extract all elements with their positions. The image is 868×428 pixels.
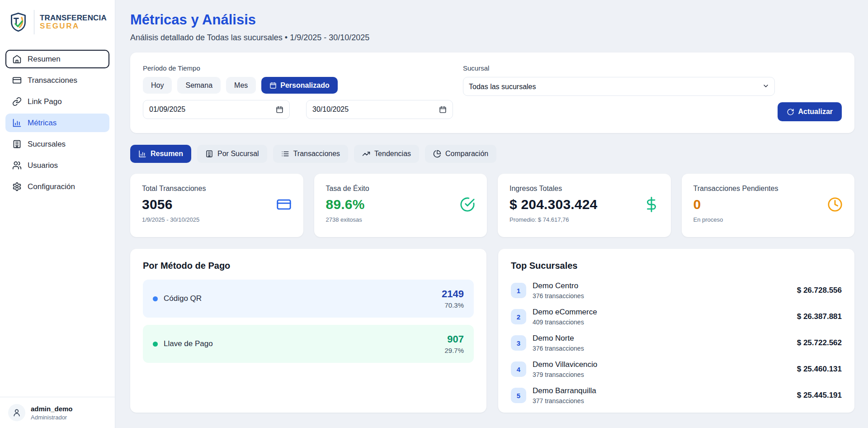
branch-row: 1 Demo Centro 376 transacciones $ 26.728… (511, 277, 842, 304)
sidebar-nav: Resumen Transacciones Link Pago Métricas… (0, 44, 115, 196)
tab-por-sucursal[interactable]: Por Sucursal (197, 145, 267, 163)
tab-label: Por Sucursal (217, 150, 259, 158)
calendar-icon[interactable] (439, 106, 447, 114)
user-profile[interactable]: admin_demo Administrador (0, 397, 115, 428)
user-icon (12, 408, 21, 417)
stat-cards: Total Transacciones 3056 1/9/2025 - 30/1… (130, 174, 854, 237)
calendar-icon (269, 82, 277, 89)
branch-name: Demo Barranquilla (533, 386, 596, 395)
period-mes-button[interactable]: Mes (226, 77, 256, 94)
branch-amount: $ 25.445.191 (797, 391, 842, 400)
sidebar-item-resumen[interactable]: Resumen (5, 50, 109, 68)
method-count: 907 (444, 333, 464, 345)
avatar (8, 404, 25, 421)
method-percent: 70.3% (442, 301, 464, 309)
stat-value: 3056 (142, 197, 173, 212)
branch-row: 3 Demo Norte 376 transacciones $ 25.722.… (511, 330, 842, 356)
sidebar-item-label: Configuración (28, 182, 75, 191)
stat-card-total-transacciones: Total Transacciones 3056 1/9/2025 - 30/1… (130, 174, 303, 237)
sidebar-item-link-pago[interactable]: Link Pago (5, 92, 109, 111)
branch-list: 1 Demo Centro 376 transacciones $ 26.728… (511, 277, 842, 409)
link-icon (12, 97, 22, 106)
user-name: admin_demo (31, 405, 73, 413)
branch-label: Sucursal (463, 64, 842, 72)
credit-card-icon (276, 197, 292, 212)
date-from-field[interactable] (143, 100, 290, 119)
period-option-label: Personalizado (280, 81, 329, 90)
branch-amount: $ 25.460.131 (797, 365, 842, 374)
period-option-label: Hoy (151, 81, 164, 90)
rank-badge: 3 (511, 335, 526, 351)
branch-amount: $ 25.722.562 (797, 338, 842, 347)
app-logo: TRANSFERENCIA SEGURA (0, 0, 115, 44)
date-from-input[interactable] (149, 105, 272, 114)
stat-card-transacciones-pendientes: Transacciones Pendientes 0 En proceso (682, 174, 855, 237)
sidebar-item-label: Transacciones (28, 76, 77, 85)
method-row-codigo-qr: Código QR 2149 70.3% (143, 280, 474, 318)
branch-amount: $ 26.387.881 (797, 312, 842, 321)
branch-name: Demo Villavicencio (533, 360, 597, 369)
refresh-button[interactable]: Actualizar (778, 102, 842, 121)
rank-badge: 5 (511, 388, 526, 403)
payment-methods-panel: Por Método de Pago Código QR 2149 70.3% … (130, 249, 486, 413)
period-options: Hoy Semana Mes Personalizado (143, 77, 453, 94)
tab-transacciones[interactable]: Transacciones (273, 145, 348, 163)
stat-sub: Promedio: $ 74.617,76 (509, 216, 659, 223)
date-to-field[interactable] (306, 100, 453, 119)
clock-icon (827, 197, 843, 212)
check-circle-icon (460, 197, 475, 212)
branch-transactions: 376 transacciones (533, 292, 584, 300)
sidebar: TRANSFERENCIA SEGURA Resumen Transaccion… (0, 0, 115, 428)
stat-sub: En proceso (693, 216, 843, 223)
sidebar-item-configuracion[interactable]: Configuración (5, 177, 109, 196)
method-row-llave-de-pago: Llave de Pago 907 29.7% (143, 325, 474, 363)
green-dot-icon (153, 342, 158, 347)
main-content: Métricas y Análisis Análisis detallado d… (115, 0, 868, 428)
calendar-icon[interactable] (276, 106, 283, 114)
blue-dot-icon (153, 296, 158, 301)
shield-logo-icon (8, 12, 28, 33)
top-branches-panel: Top Sucursales 1 Demo Centro 376 transac… (498, 249, 854, 413)
tab-resumen[interactable]: Resumen (130, 145, 191, 163)
sidebar-item-transacciones[interactable]: Transacciones (5, 71, 109, 90)
branch-select[interactable]: Todas las sucursales (463, 77, 775, 96)
building-icon (12, 139, 22, 149)
payment-methods-title: Por Método de Pago (143, 261, 474, 271)
period-hoy-button[interactable]: Hoy (143, 77, 172, 94)
view-tabs: Resumen Por Sucursal Transacciones Tende… (130, 145, 854, 163)
brand-line2: SEGURA (40, 22, 107, 30)
trending-up-icon (362, 150, 370, 158)
stat-value: 0 (693, 197, 701, 212)
period-option-label: Mes (234, 81, 248, 90)
tab-label: Comparación (445, 150, 488, 158)
period-option-label: Semana (185, 81, 212, 90)
credit-card-icon (12, 76, 22, 85)
stat-value: 89.6% (326, 197, 365, 212)
sidebar-item-metricas[interactable]: Métricas (5, 114, 109, 132)
method-percent: 29.7% (444, 347, 464, 354)
branch-name: Demo Norte (533, 334, 584, 343)
sidebar-item-label: Sucursales (28, 140, 66, 149)
tab-comparacion[interactable]: Comparación (425, 145, 496, 163)
tab-tendencias[interactable]: Tendencias (354, 145, 419, 163)
stat-card-tasa-exito: Tasa de Éxito 89.6% 2738 exitosas (314, 174, 487, 237)
method-count: 2149 (442, 288, 464, 300)
period-semana-button[interactable]: Semana (177, 77, 221, 94)
building-icon (205, 150, 213, 158)
bar-chart-icon (12, 118, 22, 128)
sidebar-item-usuarios[interactable]: Usuarios (5, 156, 109, 175)
branch-transactions: 376 transacciones (533, 345, 584, 352)
sidebar-item-label: Métricas (28, 119, 57, 128)
stat-label: Ingresos Totales (509, 185, 659, 193)
date-to-input[interactable] (312, 105, 435, 114)
period-personalizado-button[interactable]: Personalizado (261, 77, 337, 94)
rank-badge: 4 (511, 361, 526, 377)
branch-name: Demo Centro (533, 281, 584, 290)
sidebar-item-sucursales[interactable]: Sucursales (5, 135, 109, 153)
tab-label: Tendencias (374, 150, 411, 158)
page-title: Métricas y Análisis (130, 12, 854, 28)
user-role: Administrador (31, 414, 73, 421)
branch-row: 4 Demo Villavicencio 379 transacciones $… (511, 356, 842, 382)
pie-chart-icon (433, 150, 441, 158)
branch-row: 2 Demo eCommerce 409 transacciones $ 26.… (511, 304, 842, 330)
